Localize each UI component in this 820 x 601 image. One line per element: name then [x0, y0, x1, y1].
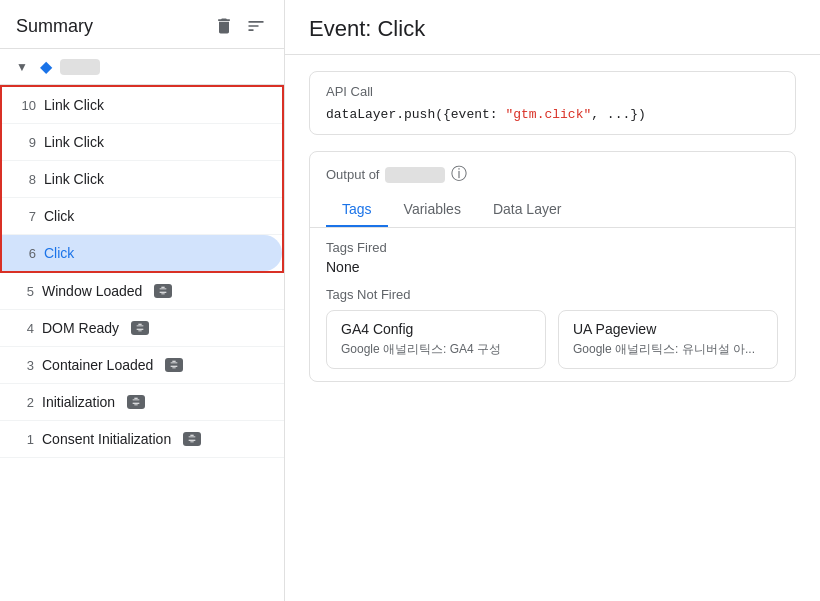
api-call-label: API Call — [310, 72, 795, 107]
main-body: API Call dataLayer.push({event: "gtm.cli… — [285, 55, 820, 601]
tag-icon-2 — [127, 395, 145, 409]
filter-icon — [246, 16, 266, 36]
tag-card-ua[interactable]: UA Pageview Google 애널리틱스: 유니버설 아... — [558, 310, 778, 369]
tab-variables[interactable]: Variables — [388, 193, 477, 227]
event-item-6[interactable]: 6 Click — [2, 235, 282, 271]
sidebar-title: Summary — [16, 16, 93, 37]
event-item-10[interactable]: 10 Link Click — [2, 87, 282, 124]
workspace-name-blurred — [60, 59, 100, 75]
api-call-content: dataLayer.push({event: "gtm.click", ...}… — [310, 107, 795, 134]
api-code-suffix: , ...}) — [591, 107, 646, 122]
sidebar: Summary ▼ ◆ 10 Link Click 9 — [0, 0, 285, 601]
output-label: Output of — [326, 167, 379, 182]
event-item-1[interactable]: 1 Consent Initialization — [0, 421, 284, 458]
tab-tags[interactable]: Tags — [326, 193, 388, 227]
delete-icon-button[interactable] — [212, 14, 236, 38]
tag-icon-4 — [131, 321, 149, 335]
tag-icon-5 — [154, 284, 172, 298]
event-title: Event: Click — [309, 16, 796, 42]
event-item-5[interactable]: 5 Window Loaded — [0, 273, 284, 310]
event-item-8[interactable]: 8 Link Click — [2, 161, 282, 198]
tag-card-ga4-title: GA4 Config — [341, 321, 531, 337]
event-item-3[interactable]: 3 Container Loaded — [0, 347, 284, 384]
api-code-prefix: dataLayer.push({event: — [326, 107, 505, 122]
tags-fired-value: None — [326, 259, 779, 275]
event-item-2[interactable]: 2 Initialization — [0, 384, 284, 421]
expand-arrow-icon: ▼ — [16, 60, 28, 74]
tag-card-ga4-sub: Google 애널리틱스: GA4 구성 — [341, 341, 531, 358]
tags-fired-label: Tags Fired — [326, 240, 779, 255]
tags-not-fired-label: Tags Not Fired — [326, 287, 779, 302]
output-header: Output of ⓘ — [310, 152, 795, 185]
trash-icon — [214, 16, 234, 36]
tag-card-ua-sub: Google 애널리틱스: 유니버설 아... — [573, 341, 763, 358]
bordered-events-list: 10 Link Click 9 Link Click 8 Link Click … — [0, 85, 284, 273]
output-source-blurred — [385, 167, 445, 183]
filter-icon-button[interactable] — [244, 14, 268, 38]
sidebar-header: Summary — [0, 0, 284, 49]
tag-icon-3 — [165, 358, 183, 372]
help-icon[interactable]: ⓘ — [451, 164, 467, 185]
api-call-card: API Call dataLayer.push({event: "gtm.cli… — [309, 71, 796, 135]
tag-cards-row: GA4 Config Google 애널리틱스: GA4 구성 UA Pagev… — [326, 310, 779, 369]
output-section: Output of ⓘ Tags Variables Data Layer Ta… — [309, 151, 796, 382]
tags-content: Tags Fired None Tags Not Fired GA4 Confi… — [310, 228, 795, 381]
workspace-row[interactable]: ▼ ◆ — [0, 49, 284, 85]
event-item-7[interactable]: 7 Click — [2, 198, 282, 235]
event-item-4[interactable]: 4 DOM Ready — [0, 310, 284, 347]
tab-data-layer[interactable]: Data Layer — [477, 193, 577, 227]
plain-events-list: 5 Window Loaded 4 DOM Ready 3 Container … — [0, 273, 284, 458]
sidebar-icons — [212, 14, 268, 38]
api-code-value: "gtm.click" — [505, 107, 591, 122]
tag-card-ua-title: UA Pageview — [573, 321, 763, 337]
main-content: Event: Click API Call dataLayer.push({ev… — [285, 0, 820, 601]
main-header: Event: Click — [285, 0, 820, 55]
diamond-icon: ◆ — [40, 57, 52, 76]
tag-icon-1 — [183, 432, 201, 446]
event-item-9[interactable]: 9 Link Click — [2, 124, 282, 161]
tag-card-ga4[interactable]: GA4 Config Google 애널리틱스: GA4 구성 — [326, 310, 546, 369]
tabs-row: Tags Variables Data Layer — [310, 193, 795, 228]
